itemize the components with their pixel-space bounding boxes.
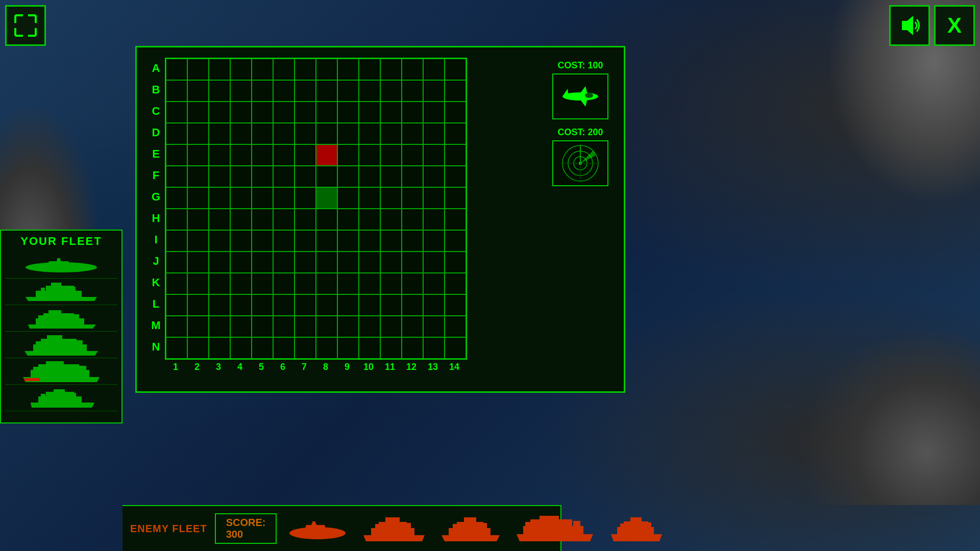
grid-cell-A8[interactable] (316, 59, 337, 80)
grid-cell-G6[interactable] (273, 187, 295, 209)
grid-cell-M9[interactable] (337, 316, 359, 337)
grid-cell-C1[interactable] (166, 102, 187, 123)
grid-cell-D8[interactable] (316, 123, 337, 144)
grid-cell-B3[interactable] (209, 80, 230, 102)
grid-cell-C13[interactable] (423, 102, 445, 123)
grid-cell-N9[interactable] (337, 337, 359, 359)
grid-cell-C4[interactable] (230, 102, 252, 123)
grid-cell-A10[interactable] (359, 59, 380, 80)
grid-cell-I1[interactable] (166, 230, 187, 252)
grid-cell-C12[interactable] (402, 102, 423, 123)
grid-cell-N14[interactable] (445, 337, 466, 359)
grid-cell-M13[interactable] (423, 316, 445, 337)
grid-cell-I12[interactable] (402, 230, 423, 252)
grid-cell-K9[interactable] (337, 273, 359, 294)
grid-cell-K8[interactable] (316, 273, 337, 294)
grid-cell-D1[interactable] (166, 123, 187, 144)
grid-cell-F4[interactable] (230, 166, 252, 187)
grid-cell-D3[interactable] (209, 123, 230, 144)
grid-cell-B4[interactable] (230, 80, 252, 102)
grid-cell-A1[interactable] (166, 59, 187, 80)
grid-cell-F1[interactable] (166, 166, 187, 187)
grid-cell-D12[interactable] (402, 123, 423, 144)
grid-cell-M8[interactable] (316, 316, 337, 337)
grid-cell-I2[interactable] (187, 230, 209, 252)
grid-cell-J14[interactable] (445, 252, 466, 273)
grid-cell-H7[interactable] (295, 209, 316, 230)
grid-cell-I14[interactable] (445, 230, 466, 252)
grid-cell-G9[interactable] (337, 187, 359, 209)
grid-cell-L3[interactable] (209, 294, 230, 316)
grid-cell-M1[interactable] (166, 316, 187, 337)
grid-cell-A7[interactable] (295, 59, 316, 80)
grid-cell-A6[interactable] (273, 59, 295, 80)
grid-cell-F10[interactable] (359, 166, 380, 187)
grid-cell-I6[interactable] (273, 230, 295, 252)
grid-cell-I10[interactable] (359, 230, 380, 252)
grid-cell-G14[interactable] (445, 187, 466, 209)
grid-cell-E13[interactable] (423, 144, 445, 166)
grid-cell-F6[interactable] (273, 166, 295, 187)
grid-cell-C9[interactable] (337, 102, 359, 123)
grid-cell-F5[interactable] (252, 166, 273, 187)
grid-cell-B5[interactable] (252, 80, 273, 102)
grid-cell-H4[interactable] (230, 209, 252, 230)
grid-cell-D7[interactable] (295, 123, 316, 144)
grid-cell-D4[interactable] (230, 123, 252, 144)
grid-cell-L10[interactable] (359, 294, 380, 316)
grid-cell-D14[interactable] (445, 123, 466, 144)
grid-cell-J10[interactable] (359, 252, 380, 273)
grid-cell-D2[interactable] (187, 123, 209, 144)
grid-cell-D11[interactable] (380, 123, 402, 144)
grid-cell-M7[interactable] (295, 316, 316, 337)
grid-cell-H13[interactable] (423, 209, 445, 230)
grid-cell-H8[interactable] (316, 209, 337, 230)
grid-cell-J8[interactable] (316, 252, 337, 273)
grid-cell-H5[interactable] (252, 209, 273, 230)
grid-cell-M10[interactable] (359, 316, 380, 337)
grid-cell-D5[interactable] (252, 123, 273, 144)
grid-cell-E8[interactable] (316, 144, 337, 166)
grid-cell-E1[interactable] (166, 144, 187, 166)
grid-cell-C11[interactable] (380, 102, 402, 123)
grid-cell-B12[interactable] (402, 80, 423, 102)
grid-cell-F8[interactable] (316, 166, 337, 187)
grid-cell-L2[interactable] (187, 294, 209, 316)
grid-cell-M11[interactable] (380, 316, 402, 337)
grid-cell-K10[interactable] (359, 273, 380, 294)
grid-cell-A5[interactable] (252, 59, 273, 80)
grid-cell-L12[interactable] (402, 294, 423, 316)
grid-cell-A9[interactable] (337, 59, 359, 80)
grid-cell-I3[interactable] (209, 230, 230, 252)
grid-cell-E14[interactable] (445, 144, 466, 166)
grid-cell-G12[interactable] (402, 187, 423, 209)
grid-cell-C8[interactable] (316, 102, 337, 123)
grid-cell-B14[interactable] (445, 80, 466, 102)
grid-cell-N12[interactable] (402, 337, 423, 359)
grid-cell-C5[interactable] (252, 102, 273, 123)
grid-cell-M3[interactable] (209, 316, 230, 337)
grid-cell-D13[interactable] (423, 123, 445, 144)
grid-cell-J9[interactable] (337, 252, 359, 273)
grid-cell-M14[interactable] (445, 316, 466, 337)
grid-cell-E4[interactable] (230, 144, 252, 166)
grid-cell-A13[interactable] (423, 59, 445, 80)
grid-cell-C14[interactable] (445, 102, 466, 123)
grid-cell-F2[interactable] (187, 166, 209, 187)
grid-cell-H10[interactable] (359, 209, 380, 230)
grid-cell-K7[interactable] (295, 273, 316, 294)
grid-cell-G2[interactable] (187, 187, 209, 209)
grid-cell-E10[interactable] (359, 144, 380, 166)
grid-cell-M2[interactable] (187, 316, 209, 337)
grid-cell-A3[interactable] (209, 59, 230, 80)
grid-cell-N5[interactable] (252, 337, 273, 359)
grid-cell-K5[interactable] (252, 273, 273, 294)
grid-cell-G4[interactable] (230, 187, 252, 209)
grid-cell-J6[interactable] (273, 252, 295, 273)
grid-cell-H12[interactable] (402, 209, 423, 230)
grid-cell-G7[interactable] (295, 187, 316, 209)
grid-cell-H2[interactable] (187, 209, 209, 230)
grid-cell-E6[interactable] (273, 144, 295, 166)
grid-cell-L14[interactable] (445, 294, 466, 316)
grid-cell-B6[interactable] (273, 80, 295, 102)
